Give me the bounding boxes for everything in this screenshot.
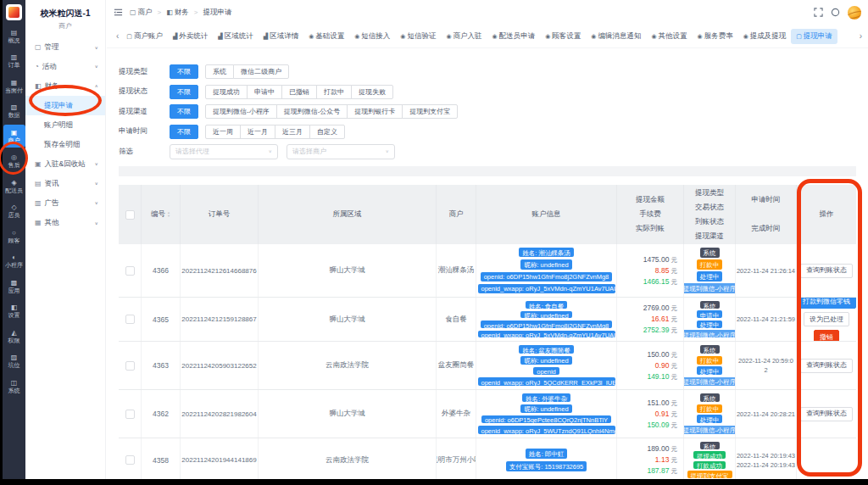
sidebar-item-manage[interactable]: ▢管理∨ (25, 37, 105, 57)
merchant-cell: 食自餐 (437, 298, 476, 341)
rail-item-customer[interactable]: ○顾客 (3, 224, 25, 249)
filter-pill[interactable]: 近一月 (240, 125, 275, 139)
fullscreen-icon[interactable] (814, 8, 823, 17)
row-checkbox[interactable] (125, 315, 135, 324)
sidebar-item-activity[interactable]: ◔活动∨ (25, 57, 105, 76)
tab-sms-verify[interactable]: ◉短信验证 (395, 29, 441, 44)
tab-merchant-enter[interactable]: ◉商户入驻 (441, 29, 487, 44)
row-checkbox[interactable] (125, 455, 135, 465)
order-no-cell: 20221124202821982604 (181, 390, 259, 438)
tab-basic-settings[interactable]: ◉基础设置 (303, 29, 349, 44)
action-button[interactable]: 撤销 (814, 330, 839, 341)
filter-pill[interactable]: 提现成功 (205, 85, 248, 99)
app-logo[interactable] (6, 4, 22, 20)
filter-pill-any[interactable]: 不限 (170, 85, 198, 99)
action-button[interactable]: 查询到账状态 (800, 264, 853, 278)
refresh-icon[interactable] (831, 8, 840, 17)
sidebar-item-enter-recycle[interactable]: ▣入驻&回收站∨ (25, 154, 105, 174)
sidebar-item-account-detail[interactable]: 账户明细 (25, 115, 105, 135)
filter-pill-any[interactable]: 不限 (170, 125, 198, 139)
merchant-select[interactable]: 请选择商户∨ (287, 144, 395, 159)
breadcrumb-withdraw-apply[interactable]: 提现申请 (203, 8, 231, 18)
filter-pill[interactable]: 微信二级商户 (233, 64, 289, 79)
breadcrumb-merchant[interactable]: ▢商户 (130, 8, 153, 18)
tab-region-stats[interactable]: ▟区域统计 (213, 29, 258, 44)
user-avatar[interactable] (848, 6, 861, 20)
tabs: ▢商户账户▟外卖统计▟区域统计▟区域详情◉基础设置◉短信接入◉短信验证◉商户入驻… (121, 29, 856, 44)
filter-pill[interactable]: 提现到微信-公众号 (276, 104, 348, 119)
sort-icon[interactable]: ▲▼ (167, 211, 170, 218)
filter-pill[interactable]: 近三月 (275, 125, 310, 139)
tab-region-detail[interactable]: ▟区域详情 (259, 29, 303, 44)
filter-pill[interactable]: 近一周 (205, 125, 241, 139)
row-checkbox[interactable] (125, 266, 135, 276)
filter-pill[interactable]: 申请中 (247, 85, 282, 99)
sidebar-title: 校米粒闪送-1 (25, 0, 105, 20)
chevron-down-icon: ∨ (95, 64, 98, 70)
sidebar-subtitle: 商户 (25, 22, 105, 31)
tab-commission[interactable]: ◉提成及提现 (738, 29, 792, 44)
sidebar-item-ads[interactable]: ▥广告∨ (25, 193, 105, 213)
account-info-cell: 姓名: 盆友圈简餐昵称: undefinedopenidopenid_wxapp… (476, 342, 617, 389)
rail-item-aftersale[interactable]: ◎售后 (3, 149, 25, 175)
action-button[interactable]: 打款到微信零钱 (797, 298, 856, 309)
tabs-scroll-right-icon[interactable]: › (857, 31, 865, 41)
agent-select[interactable]: 请选择代理∨ (170, 144, 278, 159)
account-tag: 姓名: 外婆牛杂 (522, 393, 570, 402)
filter-pill[interactable]: 提现到支付宝 (402, 104, 458, 119)
tab-edit-msg-notify[interactable]: ◉编辑消息通知 (586, 29, 646, 44)
tab-courier-apply[interactable]: ◉配送员申请 (487, 29, 541, 44)
sidebar-item-prestore-detail[interactable]: 预存金明细 (25, 135, 105, 154)
rail-item-apps[interactable]: ▩应用 (3, 274, 25, 299)
rail-item-system[interactable]: ◫系统 (3, 374, 25, 399)
row-checkbox[interactable] (125, 361, 135, 371)
rail-item-merchant[interactable]: ▣商户 (3, 124, 25, 149)
rail-item-permission[interactable]: ◭权限 (3, 324, 25, 349)
tab-customer-settings[interactable]: ◉顾客设置 (540, 29, 586, 44)
filter-pill[interactable]: 自定义 (309, 125, 345, 139)
breadcrumb-bar: ▢商户>◧财务>提现申请 (107, 0, 868, 25)
rail-item-courier[interactable]: ◈配送员 (3, 174, 25, 199)
rail-item-clerk[interactable]: ◇店员 (3, 199, 25, 225)
finance-icon: ◧ (35, 82, 42, 90)
rail-item-orders[interactable]: ▥订单 (3, 49, 25, 75)
filter-pill[interactable]: 系统 (205, 64, 234, 79)
action-cell: 查询到账状态 (797, 342, 856, 389)
breadcrumb-finance[interactable]: ◧财务 (166, 8, 189, 18)
filter-pill[interactable]: 提现失败 (351, 85, 393, 99)
sidebar-item-news[interactable]: ▤资讯∨ (25, 174, 105, 193)
rail-item-overview[interactable]: ▤概况 (3, 24, 25, 49)
tab-merchant-account[interactable]: ▢商户账户 (121, 29, 168, 44)
action-button[interactable]: 设为已处理 (804, 312, 849, 326)
action-button[interactable]: 查询到账状态 (800, 359, 853, 373)
filter-pill[interactable]: 提现到微信-小程序 (205, 104, 277, 119)
filter-pill-any[interactable]: 不限 (170, 64, 198, 79)
select-all-checkbox[interactable] (125, 210, 135, 220)
filter-pill[interactable]: 已撤销 (281, 85, 317, 99)
account-tag: 支付宝账号: 15198732695 (506, 461, 587, 471)
tab-service-rate[interactable]: ◉服务费率 (693, 29, 738, 44)
rail-item-slot[interactable]: ▨坑位 (3, 349, 25, 375)
tab-sms-access[interactable]: ◉短信接入 (349, 29, 395, 44)
sidebar-item-finance[interactable]: ◧财务∧ (25, 76, 105, 96)
rail-item-miniapp[interactable]: ◐小程序 (3, 249, 25, 275)
sidebar-item-label: 广告 (45, 198, 59, 209)
tabs-scroll-left-icon[interactable]: ‹ (114, 31, 121, 41)
collapse-sidebar-icon[interactable] (114, 8, 123, 17)
row-checkbox[interactable] (125, 410, 135, 419)
sidebar-item-other[interactable]: ▦其他∨ (25, 213, 105, 232)
action-button[interactable]: 查询到账状态 (800, 407, 853, 421)
filter-pill-any[interactable]: 不限 (170, 104, 198, 119)
sidebar-item-withdraw-apply[interactable]: 提现申请 (25, 96, 105, 115)
filter-pill[interactable]: 打款中 (316, 85, 352, 99)
rail-item-data[interactable]: ▧数据 (3, 99, 25, 125)
rail-item-label: 顾客 (8, 237, 20, 244)
tab-other-settings[interactable]: ◉其他设置 (646, 29, 692, 44)
tab-takeout-stats[interactable]: ▟外卖统计 (168, 29, 213, 44)
filter-pill[interactable]: 提现到银行卡 (347, 104, 403, 119)
rail-item-settings[interactable]: ◧设置 (3, 299, 25, 325)
rail-item-f2f-pay[interactable]: ▦当面付 (3, 74, 25, 99)
tab-withdraw-apply[interactable]: ▢提现申请 (791, 29, 837, 44)
amount-cell: 2769.00 元16.61 元2752.39 元 (617, 298, 684, 341)
status-tag: 提现到微信-小程序 (684, 377, 736, 386)
